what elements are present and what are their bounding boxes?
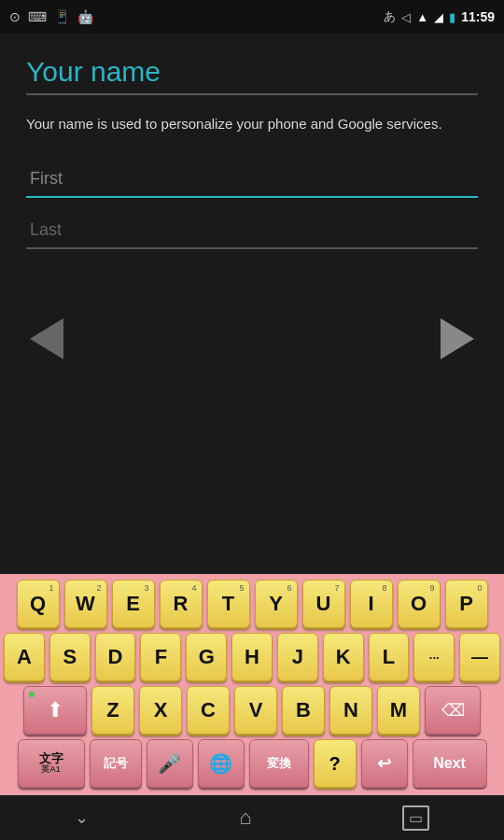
- key-y[interactable]: 6Y: [255, 580, 298, 628]
- status-bar: ⊙ ⌨ 📱 🤖 あ ◁ ▲ ◢ ▮ 11:59: [0, 0, 504, 34]
- keyboard-row-3: ⬆ Z X C V B N M ⌫: [4, 686, 500, 735]
- keyboard-row-2: A S D F G H J K L ··· —: [4, 633, 500, 681]
- return-left-icon: ↩: [377, 753, 391, 774]
- key-ellipsis[interactable]: ···: [413, 633, 455, 681]
- kanji-toggle-content: 文字 英A1: [39, 752, 63, 775]
- title-divider: [26, 93, 478, 95]
- key-c[interactable]: C: [187, 686, 230, 735]
- key-next[interactable]: Next: [413, 739, 487, 788]
- circle-icon: ⊙: [9, 9, 21, 24]
- key-d[interactable]: D: [95, 633, 136, 681]
- japanese-icon: あ: [384, 8, 396, 25]
- nav-arrows: [0, 283, 504, 395]
- key-w[interactable]: 2W: [64, 580, 107, 628]
- key-globe[interactable]: 🌐: [198, 739, 245, 788]
- phone-icon: 📱: [54, 9, 70, 24]
- key-s[interactable]: S: [49, 633, 91, 681]
- main-content: Your name Your name is used to personali…: [0, 34, 504, 283]
- status-bar-right: あ ◁ ▲ ◢ ▮ 11:59: [384, 8, 495, 25]
- key-u[interactable]: 7U: [302, 580, 345, 628]
- key-r[interactable]: 4R: [160, 580, 203, 628]
- key-f[interactable]: F: [140, 633, 181, 681]
- key-n[interactable]: N: [329, 686, 372, 735]
- key-v[interactable]: V: [234, 686, 277, 735]
- signal-icon: ◁: [401, 10, 411, 24]
- key-dash[interactable]: —: [459, 633, 500, 681]
- key-t[interactable]: 5T: [207, 580, 250, 628]
- key-a[interactable]: A: [4, 633, 45, 681]
- last-name-input[interactable]: [26, 213, 478, 249]
- bottom-nav: ⌄ ⌂ ▭: [0, 795, 504, 840]
- page-title: Your name: [26, 56, 478, 88]
- key-return-left[interactable]: ↩: [361, 739, 408, 788]
- globe-icon: 🌐: [209, 752, 232, 775]
- last-name-group: [26, 213, 478, 249]
- first-name-group: [26, 161, 478, 198]
- key-mic[interactable]: 🎤: [147, 739, 193, 788]
- back-arrow-button[interactable]: [19, 311, 75, 367]
- key-delete[interactable]: ⌫: [425, 686, 481, 735]
- mic-icon: 🎤: [158, 752, 181, 775]
- first-name-input[interactable]: [26, 161, 478, 198]
- keyboard-icon: ⌨: [28, 9, 47, 24]
- key-kigou[interactable]: 記号: [90, 739, 142, 788]
- next-label: Next: [433, 755, 466, 772]
- kigou-label: 記号: [104, 755, 128, 772]
- delete-icon: ⌫: [441, 700, 465, 721]
- kanji-main-text: 文字: [39, 752, 63, 765]
- key-question[interactable]: ?: [314, 739, 357, 788]
- back-nav-icon[interactable]: ⌄: [75, 807, 89, 828]
- forward-arrow-button[interactable]: [429, 311, 485, 367]
- key-e[interactable]: 3E: [112, 580, 155, 628]
- key-k[interactable]: K: [323, 633, 364, 681]
- key-h[interactable]: H: [231, 633, 273, 681]
- key-l[interactable]: L: [369, 633, 410, 681]
- key-i[interactable]: 8I: [350, 580, 393, 628]
- android-icon: 🤖: [77, 9, 93, 24]
- key-m[interactable]: M: [377, 686, 420, 735]
- description-text: Your name is used to personalize your ph…: [26, 114, 478, 135]
- key-g[interactable]: G: [186, 633, 227, 681]
- home-nav-icon[interactable]: ⌂: [239, 805, 251, 830]
- back-arrow-icon: [30, 318, 63, 359]
- key-j[interactable]: J: [277, 633, 318, 681]
- status-time: 11:59: [461, 9, 495, 24]
- forward-arrow-icon: [441, 318, 474, 359]
- battery-icon: ▮: [449, 10, 455, 24]
- kanji-sub-text: 英A1: [41, 765, 61, 775]
- key-o[interactable]: 9O: [398, 580, 441, 628]
- keyboard: 1Q 2W 3E 4R 5T 6Y 7U 8I 9O 0P A S D F G …: [0, 574, 504, 795]
- key-q[interactable]: 1Q: [17, 580, 60, 628]
- status-bar-left: ⊙ ⌨ 📱 🤖: [9, 9, 93, 24]
- wifi-icon: ▲: [416, 10, 428, 24]
- key-p[interactable]: 0P: [445, 580, 488, 628]
- key-henkan[interactable]: 変換: [249, 739, 309, 788]
- key-shift[interactable]: ⬆: [23, 686, 87, 735]
- key-x[interactable]: X: [139, 686, 182, 735]
- keyboard-row-1: 1Q 2W 3E 4R 5T 6Y 7U 8I 9O 0P: [4, 580, 500, 628]
- shift-dot: [29, 692, 35, 697]
- henkan-label: 変換: [267, 755, 291, 772]
- key-z[interactable]: Z: [91, 686, 134, 735]
- key-kanji-toggle[interactable]: 文字 英A1: [18, 739, 85, 788]
- recent-nav-icon[interactable]: ▭: [402, 805, 429, 831]
- shift-icon: ⬆: [47, 698, 63, 722]
- cell-icon: ◢: [434, 10, 443, 24]
- keyboard-row-4: 文字 英A1 記号 🎤 🌐 変換 ? ↩ Next: [4, 739, 500, 788]
- key-b[interactable]: B: [282, 686, 325, 735]
